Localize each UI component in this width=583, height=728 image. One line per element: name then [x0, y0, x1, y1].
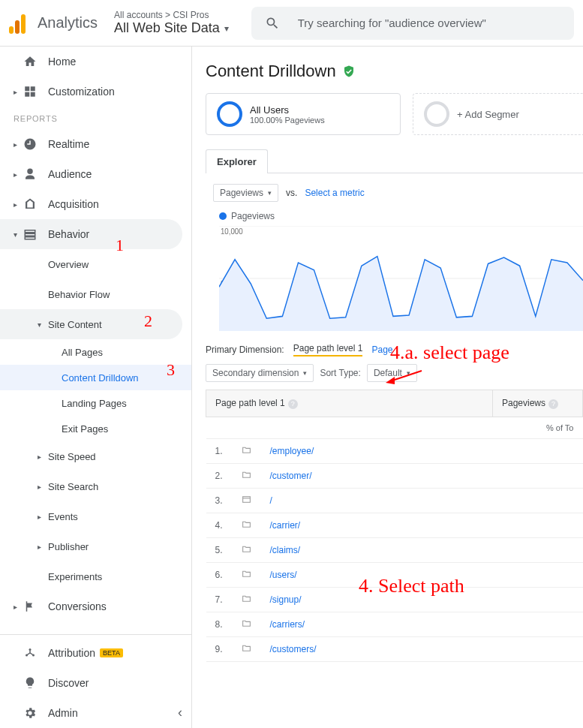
sidebar-item-audience[interactable]: ▸ Audience: [0, 159, 191, 189]
sidebar-item-admin[interactable]: Admin: [0, 698, 191, 728]
search-placeholder: Try searching for "audience overview": [298, 17, 486, 29]
sidebar-item-discover[interactable]: Discover: [0, 668, 191, 698]
sort-type-label: Sort Type:: [320, 368, 360, 378]
main-content: Content Drilldown All Users 100.00% Page…: [192, 47, 583, 728]
collapse-sidebar-icon[interactable]: ‹: [178, 705, 182, 720]
row-index: 5.: [206, 538, 232, 563]
segment-circle-icon: [217, 101, 242, 127]
pageviews-chart: 5,00010,000: [206, 226, 583, 331]
table-row[interactable]: 9./customers/: [206, 637, 583, 662]
sidebar-sub-site-search[interactable]: ▸Site Search: [0, 471, 191, 501]
row-path[interactable]: /: [261, 489, 493, 513]
sidebar-item-customization[interactable]: ▸ Customization: [0, 77, 191, 107]
folder-icon: [232, 637, 261, 662]
product-title: Analytics: [38, 14, 98, 32]
search-icon: [265, 16, 280, 31]
sidebar-sub2-landing-pages[interactable]: Landing Pages: [0, 390, 191, 416]
table-row[interactable]: 1./employee/: [206, 439, 583, 464]
svg-rect-7: [242, 497, 250, 503]
legend-dot-icon: [219, 212, 227, 220]
sidebar-sub-site-speed[interactable]: ▸Site Speed: [0, 441, 191, 471]
reports-header: REPORTS: [0, 107, 191, 129]
folder-icon: [232, 439, 261, 464]
row-path[interactable]: /customers/: [261, 637, 493, 662]
acquisition-icon: [23, 197, 38, 212]
row-path[interactable]: /carrier/: [261, 513, 493, 538]
dim-page-path-level-1[interactable]: Page path level 1: [293, 343, 363, 356]
sidebar-sub-experiments[interactable]: Experiments: [0, 561, 191, 591]
customization-icon: [23, 84, 38, 99]
home-icon: [23, 54, 38, 69]
behavior-icon: [23, 227, 38, 242]
secondary-dimension-selector[interactable]: Secondary dimension: [206, 364, 314, 382]
row-index: 2.: [206, 464, 232, 489]
row-path[interactable]: /users/: [261, 563, 493, 588]
data-table: Page path level 1? Pageviews? % of To 1.…: [206, 390, 583, 662]
sidebar-sub-behavior-flow[interactable]: Behavior Flow: [0, 279, 191, 309]
folder-icon: [232, 513, 261, 538]
dim-page-link[interactable]: Page: [371, 344, 392, 355]
row-path[interactable]: /claims/: [261, 538, 493, 563]
table-row[interactable]: 5./claims/: [206, 538, 583, 563]
folder-icon: [232, 464, 261, 489]
tab-explorer[interactable]: Explorer: [206, 149, 268, 173]
folder-icon: [232, 563, 261, 588]
folder-icon: [232, 588, 261, 612]
row-index: 9.: [206, 637, 232, 662]
page-icon: [232, 489, 261, 513]
row-path[interactable]: /customer/: [261, 464, 493, 489]
gear-icon: [23, 705, 38, 720]
table-row[interactable]: 6./users/: [206, 563, 583, 588]
table-row[interactable]: 3./: [206, 489, 583, 513]
search-input[interactable]: Try searching for "audience overview": [251, 7, 574, 40]
folder-icon: [232, 612, 261, 637]
row-path[interactable]: /employee/: [261, 439, 493, 464]
metric-selector[interactable]: Pageviews: [213, 184, 278, 202]
page-title: Content Drilldown: [206, 62, 583, 81]
row-index: 7.: [206, 588, 232, 612]
sidebar-sub2-exit-pages[interactable]: Exit Pages: [0, 416, 191, 441]
table-row[interactable]: 8./carriers/: [206, 612, 583, 637]
summary-row: % of To: [206, 417, 583, 439]
row-path[interactable]: /carriers/: [261, 612, 493, 637]
sidebar-item-realtime[interactable]: ▸ Realtime: [0, 129, 191, 159]
add-segment-button[interactable]: + Add Segmer: [413, 93, 583, 135]
help-icon[interactable]: ?: [288, 399, 298, 409]
select-metric-link[interactable]: Select a metric: [305, 188, 364, 198]
tab-row: Explorer: [206, 149, 583, 173]
sidebar: Home ▸ Customization REPORTS ▸ Realtime …: [0, 47, 192, 728]
chart-legend: Pageviews: [206, 208, 583, 226]
col-pageviews[interactable]: Pageviews?: [493, 390, 583, 417]
folder-icon: [232, 538, 261, 563]
breadcrumb[interactable]: All accounts > CSI Pros: [114, 10, 229, 20]
svg-point-0: [29, 648, 32, 651]
row-index: 6.: [206, 563, 232, 588]
help-icon[interactable]: ?: [548, 399, 558, 409]
sidebar-item-acquisition[interactable]: ▸ Acquisition: [0, 189, 191, 219]
row-index: 3.: [206, 489, 232, 513]
col-page-path[interactable]: Page path level 1?: [206, 390, 493, 417]
sidebar-sub-site-content[interactable]: ▾Site Content: [0, 309, 182, 339]
svg-text:10,000: 10,000: [221, 227, 243, 236]
sidebar-sub-overview[interactable]: Overview: [0, 249, 191, 279]
sidebar-item-attribution[interactable]: AttributionBETA: [0, 638, 191, 668]
sidebar-sub2-all-pages[interactable]: All Pages: [0, 339, 191, 365]
segment-all-users[interactable]: All Users 100.00% Pageviews: [206, 93, 401, 135]
sidebar-sub2-content-drilldown[interactable]: Content Drilldown: [0, 365, 191, 390]
table-row[interactable]: 7./signup/: [206, 588, 583, 612]
beta-badge: BETA: [100, 648, 123, 657]
sidebar-sub-events[interactable]: ▸Events: [0, 501, 191, 531]
lightbulb-icon: [23, 675, 38, 690]
sidebar-item-behavior[interactable]: ▾ Behavior: [0, 219, 182, 249]
table-row[interactable]: 4./carrier/: [206, 513, 583, 538]
sidebar-item-home[interactable]: Home: [0, 47, 191, 77]
sidebar-sub-publisher[interactable]: ▸Publisher: [0, 531, 191, 561]
sidebar-item-conversions[interactable]: ▸ Conversions: [0, 591, 191, 621]
view-selector[interactable]: All Web Site Data: [114, 20, 229, 36]
row-index: 8.: [206, 612, 232, 637]
sort-type-selector[interactable]: Default: [367, 364, 417, 382]
table-row[interactable]: 2./customer/: [206, 464, 583, 489]
row-path[interactable]: /signup/: [261, 588, 493, 612]
flag-icon: [23, 599, 38, 614]
clock-icon: [23, 137, 38, 152]
